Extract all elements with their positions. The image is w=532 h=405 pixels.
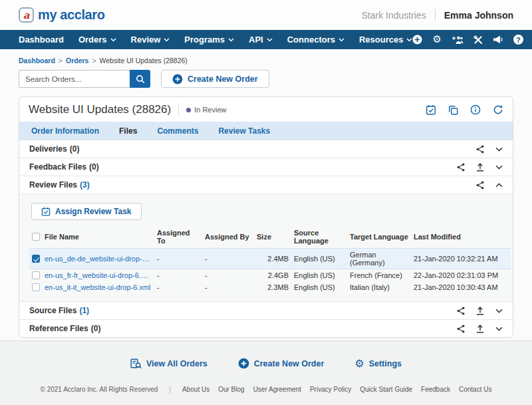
footer-link-privacy-policy[interactable]: Privacy Policy (310, 386, 351, 393)
account-area: Stark Industries Emma Johnson (361, 9, 513, 21)
chevron-down-icon[interactable] (495, 327, 503, 331)
status-label: In Review (194, 106, 226, 114)
section-feedback-files-header[interactable]: Feedback Files 0 (19, 158, 513, 176)
calendar-check-icon (41, 207, 51, 216)
section-review-files-header[interactable]: Review Files 3 (19, 176, 513, 194)
cell-assigned-by: - (202, 269, 254, 282)
content-area: Dashboard > Orders > Website UI Updates … (0, 49, 532, 338)
table-header-row: File Name Assigned To Assigned By Size S… (29, 226, 511, 249)
chevron-down-icon[interactable] (495, 309, 503, 313)
tab-review-tasks[interactable]: Review Tasks (218, 126, 270, 136)
section-reference-files-header[interactable]: Reference Files 0 (19, 320, 513, 337)
cell-assigned-to: - (154, 269, 202, 282)
upload-icon[interactable] (476, 307, 484, 315)
footer-link-our-blog[interactable]: Our Blog (218, 386, 244, 393)
tools-icon[interactable] (473, 35, 483, 45)
nav-item-review[interactable]: Review (131, 35, 170, 45)
section-deliveries-header[interactable]: Deliveries 0 (19, 140, 513, 158)
file-link[interactable]: en-us_de-de_website-ui-drop-6.xml (45, 255, 152, 263)
tab-order-information[interactable]: Order Information (31, 126, 99, 136)
nav-item-api[interactable]: API (249, 35, 273, 45)
row-checkbox[interactable] (32, 271, 40, 279)
nav-item-programs[interactable]: Programs (184, 35, 234, 45)
gear-icon[interactable]: ⚙ (432, 35, 441, 45)
copyright-text: © 2021 Acclaro Inc. All Rights Reserved (41, 386, 158, 393)
breadcrumb: Dashboard > Orders > Website UI Updates … (19, 57, 513, 65)
upload-icon[interactable] (476, 325, 484, 333)
col-last-modified: Last Modified (411, 226, 511, 249)
megaphone-icon[interactable] (493, 35, 503, 44)
order-card: Website UI Updates (28826) In Review (19, 96, 513, 338)
cell-last-modified: 22-Jan-2020 02:31:03 PM (411, 269, 511, 282)
status-dot-icon (186, 108, 191, 112)
upload-icon[interactable] (476, 163, 484, 172)
search-button[interactable] (130, 70, 150, 88)
tab-comments[interactable]: Comments (157, 126, 198, 136)
breadcrumb-current: Website UI Updates (28826) (100, 57, 188, 65)
copy-icon[interactable] (448, 105, 458, 115)
cell-last-modified: 21-Jan-2020 10:30:43 AM (411, 281, 511, 293)
share-icon[interactable] (457, 325, 465, 333)
footer-link-quick-start-guide[interactable]: Quick Start Guide (360, 386, 412, 393)
table-row[interactable]: en-us_de-de_website-ui-drop-6.xml - - 2.… (29, 249, 511, 269)
nav-item-dashboard[interactable]: Dashboard (19, 35, 64, 45)
footer-link-user-agreement[interactable]: User Agreement (253, 386, 301, 393)
nav-item-connectors[interactable]: Connectors (287, 35, 344, 45)
footer-link-feedback[interactable]: Feedback (421, 386, 450, 393)
select-all-checkbox[interactable] (32, 233, 40, 241)
search-input[interactable] (19, 70, 130, 88)
nav-item-orders[interactable]: Orders (78, 35, 116, 45)
help-icon[interactable]: ? (513, 35, 523, 45)
add-user-icon[interactable] (452, 35, 464, 45)
row-checkbox[interactable] (32, 283, 40, 291)
col-source-language: Source Language (291, 226, 347, 249)
chevron-down-icon (338, 38, 344, 42)
user-name[interactable]: Emma Johnson (444, 10, 513, 21)
cell-source-language: English (US) (291, 269, 347, 282)
cell-size: 2.4GB (254, 269, 291, 282)
table-row[interactable]: en-us_it-it_website-ui-drop-6.xml - - 2.… (29, 281, 511, 293)
section-label: Feedback Files (29, 162, 86, 172)
file-link[interactable]: en-us_it-it_website-ui-drop-6.xml (45, 283, 151, 291)
section-label: Deliveries (29, 144, 67, 154)
nav-item-resources[interactable]: Resources (359, 35, 412, 45)
cell-target-language: German (Germany) (347, 249, 411, 269)
brand-logo[interactable]: a my acclaro (19, 7, 105, 23)
col-assigned-by: Assigned By (202, 226, 254, 249)
plus-circle-icon (172, 74, 183, 84)
breadcrumb-separator: > (92, 57, 96, 65)
breadcrumb-orders[interactable]: Orders (66, 57, 88, 65)
share-icon[interactable] (457, 163, 465, 172)
table-row[interactable]: en-us_fr-fr_website-ui-drop-6.xml - - 2.… (29, 269, 511, 282)
review-files-table: File Name Assigned To Assigned By Size S… (29, 226, 511, 293)
settings-link[interactable]: ⚙ Settings (354, 358, 402, 369)
section-source-files-header[interactable]: Source Files 1 (19, 302, 513, 319)
assign-review-task-button[interactable]: Assign Review Task (31, 203, 142, 220)
refresh-icon[interactable] (493, 104, 503, 115)
file-link[interactable]: en-us_fr-fr_website-ui-drop-6.xml (45, 271, 152, 279)
chevron-down-icon[interactable] (495, 165, 503, 170)
share-icon[interactable] (476, 145, 484, 154)
footer-link-contact-us[interactable]: Contact Us (459, 386, 491, 393)
share-icon[interactable] (457, 307, 465, 315)
view-all-orders-link[interactable]: View All Orders (130, 358, 207, 369)
orders-search-icon (130, 358, 142, 369)
calendar-check-icon[interactable] (426, 104, 436, 115)
nav-menu: Dashboard Orders Review Programs API Con… (19, 35, 412, 45)
row-checkbox[interactable] (32, 255, 40, 263)
section-count: 0 (89, 162, 99, 172)
footer-create-new-order-link[interactable]: Create New Order (238, 358, 325, 369)
footer-link-about-us[interactable]: About Us (182, 386, 209, 393)
cell-assigned-to: - (154, 249, 202, 269)
plus-circle-icon[interactable] (412, 35, 422, 45)
chevron-up-icon[interactable] (495, 183, 503, 188)
chevron-down-icon[interactable] (495, 147, 503, 152)
share-icon[interactable] (476, 181, 484, 190)
account-divider (435, 9, 436, 21)
plus-circle-icon (238, 358, 249, 369)
tab-files[interactable]: Files (119, 126, 137, 136)
info-icon[interactable] (470, 104, 481, 115)
create-new-order-button[interactable]: Create New Order (161, 70, 269, 88)
col-assigned-to: Assigned To (154, 226, 202, 249)
breadcrumb-dashboard[interactable]: Dashboard (19, 57, 55, 65)
